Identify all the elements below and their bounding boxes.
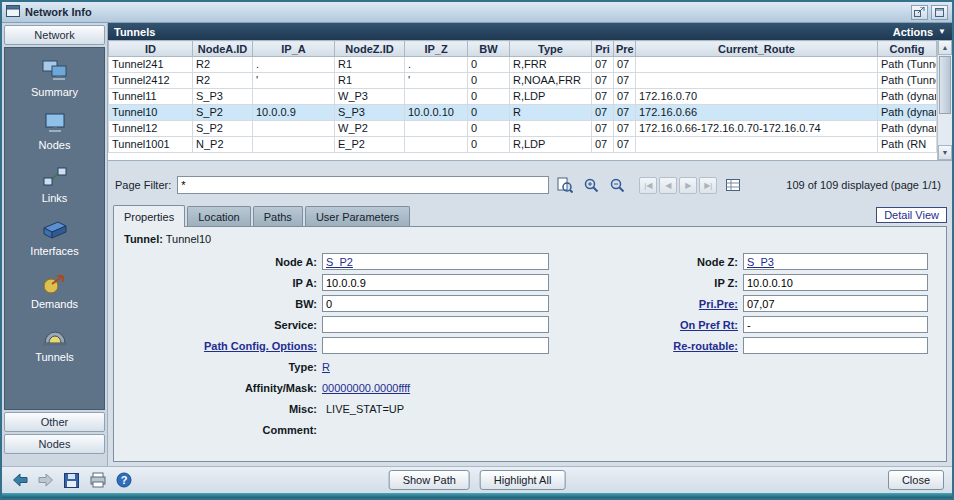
column-header-current-route[interactable]: Current_Route	[636, 41, 878, 57]
sidebar-item-label: Links	[42, 192, 68, 204]
zoom-in-button[interactable]	[581, 176, 601, 194]
back-button[interactable]	[10, 471, 29, 490]
bottom-toolbar: ? Show Path Highlight All Close	[2, 466, 952, 493]
page-filter-label: Page Filter:	[115, 179, 171, 191]
other-section-button[interactable]: Other	[4, 412, 105, 432]
column-header-ipa[interactable]: IP_A	[253, 41, 335, 57]
on-pref-rt-link[interactable]: On Pref Rt:	[568, 319, 743, 331]
affinity-mask-value-link[interactable]: 00000000.0000ffff	[322, 382, 410, 394]
tunnels-panel-header: Tunnels Actions ▼	[108, 23, 952, 40]
scroll-down-icon[interactable]: ▼	[938, 145, 952, 160]
bw-field[interactable]: 0	[322, 295, 549, 312]
show-path-button[interactable]: Show Path	[389, 470, 470, 490]
tunnel-row[interactable]: Tunnel11S_P3W_P30R,LDP0707172.16.0.70Pat…	[109, 89, 937, 105]
maximize-button[interactable]	[931, 5, 948, 20]
column-header-bw[interactable]: BW	[468, 41, 510, 57]
window-title: Network Info	[25, 6, 92, 18]
sidebar-item-label: Nodes	[39, 139, 71, 151]
network-nav-panel: Summary Nodes Links	[4, 47, 105, 410]
column-header-config[interactable]: Config	[878, 41, 937, 57]
page-list-button[interactable]	[723, 176, 743, 194]
close-button[interactable]: Close	[888, 470, 944, 490]
panel-title: Tunnels	[114, 26, 155, 38]
window-icon	[6, 3, 20, 21]
nodes-section-button[interactable]: Nodes	[4, 434, 105, 454]
re-routable-link[interactable]: Re-routable:	[568, 340, 743, 352]
last-page-button[interactable]: ▶|	[699, 177, 717, 194]
tab-paths[interactable]: Paths	[253, 206, 303, 226]
scrollbar-thumb[interactable]	[939, 56, 951, 114]
column-header-type[interactable]: Type	[510, 41, 592, 57]
column-header-id[interactable]: ID	[109, 41, 193, 57]
tunnels-table: ID NodeA.ID IP_A NodeZ.ID IP_Z BW Type P…	[108, 40, 952, 161]
tunnel-row[interactable]: Tunnel1001N_P2E_P20R,LDP0707Path (RN	[109, 137, 937, 153]
first-page-button[interactable]: |◀	[639, 177, 657, 194]
undock-icon	[914, 7, 925, 17]
path-config-options-link[interactable]: Path Config. Options:	[122, 340, 322, 352]
grid-icon	[726, 179, 740, 191]
tab-user-parameters[interactable]: User Parameters	[305, 206, 410, 226]
window-bottom-edge	[2, 493, 952, 498]
sidebar-item-nodes[interactable]: Nodes	[5, 111, 104, 151]
pri-pre-field[interactable]: 07,07	[743, 295, 928, 312]
re-routable-field[interactable]	[743, 337, 928, 354]
save-button[interactable]	[62, 471, 81, 490]
path-config-options-field[interactable]	[322, 337, 549, 354]
detail-view-button[interactable]: Detail View	[876, 207, 947, 223]
column-header-pre[interactable]: Pre	[614, 41, 636, 57]
tab-location[interactable]: Location	[187, 206, 251, 226]
sidebar-filler	[4, 456, 105, 464]
table-header-row: ID NodeA.ID IP_A NodeZ.ID IP_Z BW Type P…	[109, 41, 937, 57]
table-scrollbar[interactable]: ▲ ▼	[937, 40, 952, 160]
sidebar-item-label: Demands	[31, 298, 78, 310]
sidebar-item-label: Tunnels	[35, 351, 74, 363]
node-z-link[interactable]: S_P3	[747, 256, 774, 268]
sidebar-item-demands[interactable]: Demands	[5, 270, 104, 310]
tab-bar: Properties Location Paths User Parameter…	[108, 204, 952, 226]
tunnel-row[interactable]: Tunnel2412R2'R1'0R,NOAA,FRR0707Path (Tun…	[109, 73, 937, 89]
tunnel-row[interactable]: Tunnel241R2.R1.0R,FRR0707Path (Tunne	[109, 57, 937, 73]
tab-properties[interactable]: Properties	[113, 205, 185, 227]
actions-menu-button[interactable]: Actions ▼	[893, 26, 946, 38]
network-section-button[interactable]: Network	[4, 25, 105, 45]
forward-button[interactable]	[36, 471, 55, 490]
zoom-out-button[interactable]	[607, 176, 627, 194]
node-a-link[interactable]: S_P2	[326, 256, 353, 268]
sidebar-item-tunnels[interactable]: Tunnels	[5, 323, 104, 363]
filter-search-icon	[557, 177, 573, 193]
next-page-button[interactable]: ▶	[679, 177, 697, 194]
tunnel-row-selected[interactable]: Tunnel10S_P210.0.0.9S_P310.0.0.100R07071…	[109, 105, 937, 121]
on-pref-rt-field[interactable]: -	[743, 316, 928, 333]
column-header-nodez[interactable]: NodeZ.ID	[335, 41, 405, 57]
pri-pre-link[interactable]: Pri.Pre:	[568, 298, 743, 310]
ip-a-label: IP A:	[122, 277, 322, 289]
sidebar-item-links[interactable]: Links	[5, 164, 104, 204]
scrollbar-track[interactable]	[938, 55, 952, 145]
chevron-down-icon: ▼	[938, 28, 946, 36]
column-header-ipz[interactable]: IP_Z	[405, 41, 468, 57]
highlight-all-button[interactable]: Highlight All	[480, 470, 565, 490]
page-filter-input[interactable]	[177, 176, 549, 194]
column-header-pri[interactable]: Pri	[592, 41, 614, 57]
spacer	[108, 197, 952, 204]
help-button[interactable]: ?	[114, 471, 133, 490]
tunnel-heading-label: Tunnel:	[124, 233, 163, 245]
print-button[interactable]	[88, 471, 107, 490]
tunnel-row[interactable]: Tunnel12S_P2W_P20R0707172.16.0.66-172.16…	[109, 121, 937, 137]
column-header-nodea[interactable]: NodeA.ID	[193, 41, 253, 57]
ip-z-field[interactable]: 10.0.0.10	[743, 274, 928, 291]
service-label: Service:	[122, 319, 322, 331]
comment-label: Comment:	[122, 424, 322, 436]
scroll-up-icon[interactable]: ▲	[938, 40, 952, 55]
type-value-link[interactable]: R	[322, 361, 330, 373]
sidebar-item-summary[interactable]: Summary	[5, 58, 104, 98]
service-field[interactable]	[322, 316, 549, 333]
network-info-window: Network Info Network Summary	[0, 0, 954, 500]
sidebar-item-interfaces[interactable]: Interfaces	[5, 217, 104, 257]
undock-button[interactable]	[911, 5, 928, 20]
filter-search-button[interactable]	[555, 176, 575, 194]
tunnels-icon	[41, 323, 69, 349]
prev-page-button[interactable]: ◀	[659, 177, 677, 194]
bw-label: BW:	[122, 298, 322, 310]
ip-a-field[interactable]: 10.0.0.9	[322, 274, 549, 291]
